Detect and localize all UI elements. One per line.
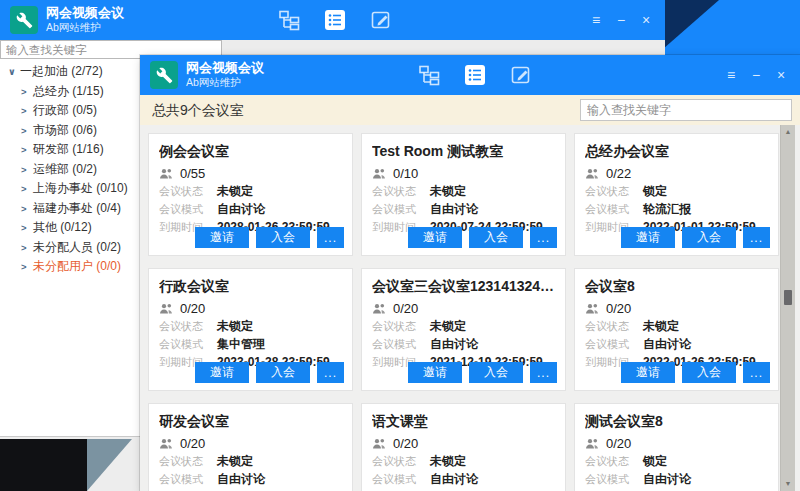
- status-value: 锁定: [643, 184, 667, 199]
- join-button[interactable]: 入会: [256, 227, 310, 248]
- more-button[interactable]: ...: [317, 362, 344, 383]
- rooms-search-input[interactable]: [580, 99, 792, 121]
- desktop-gray-triangle: [87, 439, 132, 491]
- more-button[interactable]: ...: [743, 227, 770, 248]
- more-button[interactable]: ...: [530, 227, 557, 248]
- tree-chevron-icon[interactable]: >: [21, 125, 33, 136]
- org-chart-icon[interactable]: [418, 64, 440, 86]
- mode-label: 会议模式: [585, 202, 643, 217]
- mode-value: 自由讨论: [430, 472, 478, 487]
- wrench-icon: [16, 12, 33, 29]
- tree-item[interactable]: > 其他 (0/12): [0, 218, 140, 238]
- mode-label: 会议模式: [159, 337, 217, 352]
- invite-button[interactable]: 邀请: [621, 227, 675, 248]
- participant-count: 0/20: [606, 436, 631, 451]
- join-button[interactable]: 入会: [682, 362, 736, 383]
- tree-chevron-icon[interactable]: >: [21, 203, 33, 214]
- mode-value: 自由讨论: [217, 202, 265, 217]
- tree-item-label: 总经办 (1/15): [33, 83, 104, 100]
- tree-item[interactable]: > 上海办事处 (0/10): [0, 179, 140, 199]
- status-row: 会议状态 未锁定: [585, 319, 768, 334]
- vertical-scrollbar[interactable]: ▲ ▼: [780, 125, 795, 491]
- tree-item[interactable]: > 市场部 (0/6): [0, 121, 140, 141]
- mode-label: 会议模式: [159, 202, 217, 217]
- mode-row: 会议模式 自由讨论: [585, 472, 768, 487]
- tree-chevron-icon[interactable]: >: [21, 222, 33, 233]
- room-name: Test Room 测试教室: [372, 143, 555, 161]
- mode-row: 会议模式 自由讨论: [372, 337, 555, 352]
- room-name: 例会会议室: [159, 143, 342, 161]
- status-label: 会议状态: [159, 454, 217, 469]
- mode-row: 会议模式 轮流汇报: [585, 202, 768, 217]
- scroll-down-icon[interactable]: ▼: [781, 477, 795, 491]
- scrollbar-thumb[interactable]: [784, 290, 792, 305]
- close-button[interactable]: ×: [639, 10, 653, 30]
- invite-button[interactable]: 邀请: [621, 362, 675, 383]
- room-card: 语文课堂 0/20 会议状态 未锁定 会议模式 自由讨论 到期时间 2022-0…: [361, 403, 566, 491]
- tree-chevron-icon[interactable]: >: [21, 144, 33, 155]
- card-buttons: 邀请 入会 ...: [408, 227, 557, 248]
- tree-item-label: 行政部 (0/5): [33, 102, 97, 119]
- tree-item[interactable]: > 未分配人员 (0/2): [0, 238, 140, 258]
- compose-icon[interactable]: [510, 64, 532, 86]
- invite-button[interactable]: 邀请: [195, 227, 249, 248]
- join-button[interactable]: 入会: [469, 227, 523, 248]
- tree-chevron-icon[interactable]: >: [21, 86, 33, 97]
- invite-button[interactable]: 邀请: [408, 362, 462, 383]
- scroll-up-icon[interactable]: ▲: [781, 125, 795, 139]
- room-list-icon[interactable]: [464, 64, 486, 86]
- tree-item-label: 上海办事处 (0/10): [33, 180, 128, 197]
- participant-count-row: 0/20: [585, 436, 768, 451]
- minimize-button[interactable]: −: [614, 10, 628, 30]
- mode-label: 会议模式: [372, 472, 430, 487]
- participant-count: 0/20: [393, 301, 418, 316]
- rooms-summary: 总共9个会议室: [152, 95, 244, 125]
- room-name: 总经办会议室: [585, 143, 768, 161]
- room-card: 总经办会议室 0/22 会议状态 锁定 会议模式 轮流汇报 到期时间 2022-…: [574, 133, 779, 256]
- room-list-icon[interactable]: [324, 9, 346, 31]
- people-icon: [372, 303, 387, 315]
- desktop-navy-triangle: [665, 0, 800, 55]
- tree-chevron-icon[interactable]: >: [21, 164, 33, 175]
- app-logo: [10, 6, 38, 34]
- close-button[interactable]: ×: [774, 65, 788, 85]
- join-button[interactable]: 入会: [682, 227, 736, 248]
- tree-item[interactable]: ∨ 一起加油 (2/72): [0, 62, 140, 82]
- status-row: 会议状态 锁定: [585, 454, 768, 469]
- invite-button[interactable]: 邀请: [195, 362, 249, 383]
- status-row: 会议状态 未锁定: [372, 319, 555, 334]
- tree-chevron-icon[interactable]: >: [21, 183, 33, 194]
- org-chart-icon[interactable]: [278, 9, 300, 31]
- join-button[interactable]: 入会: [256, 362, 310, 383]
- more-button[interactable]: ...: [743, 362, 770, 383]
- status-row: 会议状态 未锁定: [159, 454, 342, 469]
- more-button[interactable]: ...: [317, 227, 344, 248]
- mode-row: 会议模式 自由讨论: [159, 202, 342, 217]
- tree-chevron-icon[interactable]: >: [21, 105, 33, 116]
- join-button[interactable]: 入会: [469, 362, 523, 383]
- tree-item[interactable]: > 运维部 (0/2): [0, 160, 140, 180]
- tree-chevron-icon[interactable]: >: [21, 242, 33, 253]
- more-button[interactable]: ...: [530, 362, 557, 383]
- tree-item[interactable]: > 福建办事处 (0/4): [0, 199, 140, 219]
- participant-count: 0/22: [606, 166, 631, 181]
- room-name: 会议室三会议室123141324141三会...: [372, 278, 555, 296]
- tree-item[interactable]: > 总经办 (1/15): [0, 82, 140, 102]
- tree-item[interactable]: > 行政部 (0/5): [0, 101, 140, 121]
- menu-button[interactable]: ≡: [589, 10, 603, 30]
- tree-item-label: 一起加油 (2/72): [20, 63, 103, 80]
- menu-button[interactable]: ≡: [724, 65, 738, 85]
- back-titlebar: 网会视频会议 Ab网站维护 ≡ − ×: [0, 0, 665, 40]
- participant-count-row: 0/55: [159, 166, 342, 181]
- status-value: 锁定: [643, 454, 667, 469]
- people-icon: [372, 438, 387, 450]
- minimize-button[interactable]: −: [749, 65, 763, 85]
- tree-item[interactable]: > 研发部 (1/16): [0, 140, 140, 160]
- compose-icon[interactable]: [370, 9, 392, 31]
- tree-item[interactable]: > 未分配用户 (0/0): [0, 257, 140, 277]
- tree-chevron-icon[interactable]: ∨: [8, 66, 20, 77]
- invite-button[interactable]: 邀请: [408, 227, 462, 248]
- tree-chevron-icon[interactable]: >: [21, 261, 33, 272]
- participant-count-row: 0/20: [585, 301, 768, 316]
- room-card: 会议室8 0/20 会议状态 未锁定 会议模式 自由讨论 到期时间 2022-0…: [574, 268, 779, 391]
